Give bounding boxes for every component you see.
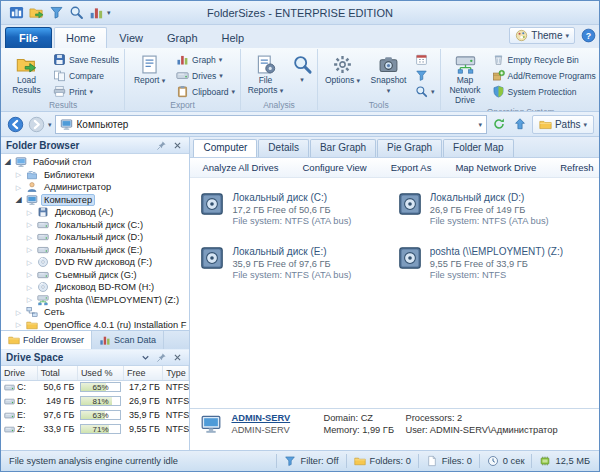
column-header[interactable]: Used %: [77, 366, 123, 380]
expander-icon[interactable]: ▷: [25, 259, 34, 266]
file-reports-button[interactable]: File Reports ▾: [243, 50, 288, 100]
column-header[interactable]: Free: [124, 366, 163, 380]
tree-item[interactable]: ▷Администратор: [1, 181, 189, 194]
column-header[interactable]: Total: [37, 366, 77, 380]
expander-icon[interactable]: ▷: [25, 209, 34, 216]
compare-button[interactable]: Compare: [50, 68, 122, 83]
expander-icon[interactable]: ◢: [3, 158, 12, 166]
pin-button[interactable]: [155, 351, 168, 364]
drive-card[interactable]: Локальный диск (E:)35,9 ГБ Free of 97,6 …: [200, 246, 391, 280]
tree-item[interactable]: ◢Компьютер: [1, 194, 189, 207]
options-button[interactable]: Options ▾: [320, 50, 365, 100]
address-dropdown-icon[interactable]: ▾: [478, 121, 482, 128]
expander-icon[interactable]: ▷: [25, 296, 34, 303]
toolbar-link-analyze-all-drives[interactable]: Analyze All Drives: [202, 162, 278, 173]
refresh-button[interactable]: [490, 115, 508, 133]
ribbon-tab-help[interactable]: Help: [210, 27, 257, 48]
tree-item[interactable]: ▷Локальный диск (D:): [1, 231, 189, 244]
map-network-drive-button[interactable]: Map Network Drive: [443, 50, 488, 107]
ribbon-tab-home[interactable]: Home: [54, 27, 107, 48]
expander-icon[interactable]: ▷: [14, 184, 23, 191]
qat-customize-button[interactable]: ▾: [107, 9, 111, 16]
drive-space-row[interactable]: Z:33,9 ГБ71%9,55 ГБNTFS: [1, 422, 189, 436]
drives-button[interactable]: Drives▾: [173, 68, 238, 83]
tree-item[interactable]: ▷Сеть: [1, 306, 189, 319]
forward-button[interactable]: [27, 115, 45, 133]
funnel-button[interactable]: [47, 4, 65, 22]
close-panel-button[interactable]: [171, 139, 184, 152]
close-panel-button[interactable]: [171, 351, 184, 364]
column-header[interactable]: Type: [163, 366, 189, 380]
add-remove-programs-button[interactable]: Add/Remove Programs: [489, 68, 599, 83]
help-button[interactable]: ?: [579, 27, 597, 45]
load-results-button[interactable]: Load Results: [4, 50, 49, 100]
app-button[interactable]: [7, 4, 25, 22]
ribbon-tab-graph[interactable]: Graph: [155, 27, 210, 48]
expander-icon[interactable]: ▷: [14, 171, 23, 178]
search-tool-button[interactable]: ▾: [412, 84, 438, 99]
view-tab-pie-graph[interactable]: Pie Graph: [377, 139, 442, 157]
empty-recycle-bin-button[interactable]: Empty Recycle Bin: [489, 52, 599, 67]
toolbar-link-refresh[interactable]: Refresh: [560, 162, 593, 173]
magnifier-button[interactable]: [67, 4, 85, 22]
system-protection-button[interactable]: System Protection: [489, 84, 599, 99]
tree-item[interactable]: ▷Локальный диск (E:): [1, 244, 189, 257]
status-filter[interactable]: Filter: Off: [276, 454, 345, 468]
toolbar-link-map-network-drive[interactable]: Map Network Drive: [455, 162, 536, 173]
chart-button[interactable]: [87, 4, 105, 22]
theme-button[interactable]: Theme ▾: [509, 27, 575, 44]
tree-item[interactable]: ▷Съемный диск (G:): [1, 269, 189, 282]
print-button[interactable]: Print▾: [50, 84, 122, 99]
expander-icon[interactable]: ▷: [14, 309, 23, 316]
tree-item[interactable]: ◢Рабочий стол: [1, 156, 189, 169]
tree-item[interactable]: ▷Локальный диск (C:): [1, 219, 189, 232]
drive-card[interactable]: poshta (\\EMPLOYMENT) (Z:)9,55 ГБ Free o…: [398, 246, 589, 280]
tree-item[interactable]: ▷Дисковод BD-ROM (H:): [1, 281, 189, 294]
view-tab-computer[interactable]: Computer: [193, 139, 257, 157]
address-field[interactable]: Компьютер ▾: [55, 115, 487, 134]
drive-space-row[interactable]: C:50,6 ГБ65%17,2 ГБNTFS: [1, 380, 189, 394]
save-results-button[interactable]: Save Results: [50, 52, 122, 67]
drive-space-row[interactable]: D:149 ГБ81%26,9 ГБNTFS: [1, 394, 189, 408]
expander-icon[interactable]: ▷: [25, 221, 34, 228]
expander-icon[interactable]: ▷: [25, 271, 34, 278]
history-dropdown-icon[interactable]: ▾: [48, 121, 52, 128]
paths-button[interactable]: Paths ▾: [532, 115, 594, 134]
view-tab-folder-map[interactable]: Folder Map: [443, 139, 514, 157]
clipboard-button[interactable]: Clipboard▾: [173, 84, 238, 99]
tree-item[interactable]: ▷Библиотеки: [1, 169, 189, 182]
computer-name-link[interactable]: ADMIN-SERV: [231, 413, 323, 423]
drive-card[interactable]: Локальный диск (C:)17,2 ГБ Free of 50,6 …: [200, 192, 391, 226]
report-button[interactable]: Report ▾: [127, 50, 172, 100]
expander-icon[interactable]: ▷: [14, 321, 23, 328]
tree-item[interactable]: ▷OpenOffice 4.0.1 (ru) Installation F: [1, 319, 189, 331]
tree-item[interactable]: ▷poshta (\\EMPLOYMENT) (Z:): [1, 294, 189, 307]
expander-icon[interactable]: ▷: [25, 246, 34, 253]
search-button[interactable]: ▾: [289, 50, 315, 100]
expander-icon[interactable]: ▷: [25, 234, 34, 241]
file-tab[interactable]: File: [5, 27, 52, 48]
sidebar-tab-scan-data[interactable]: Scan Data: [92, 331, 164, 349]
back-button[interactable]: [6, 115, 24, 133]
ribbon-tab-view[interactable]: View: [107, 27, 155, 48]
expander-icon[interactable]: ◢: [14, 196, 23, 204]
scheduler-button[interactable]: [412, 52, 438, 67]
filter-tool-button[interactable]: [412, 68, 438, 83]
toolbar-link-export-as[interactable]: Export As: [391, 162, 432, 173]
up-button[interactable]: [511, 115, 529, 133]
sidebar-tab-folder-browser[interactable]: Folder Browser: [1, 331, 92, 349]
view-tab-details[interactable]: Details: [258, 139, 309, 157]
tree-item[interactable]: ▷Дисковод (A:): [1, 206, 189, 219]
column-header[interactable]: Drive: [1, 366, 37, 380]
drive-space-row[interactable]: E:97,6 ГБ63%35,9 ГБNTFS: [1, 408, 189, 422]
toolbar-link-configure-view[interactable]: Configure View: [302, 162, 366, 173]
title-bar[interactable]: ▾ FolderSizes - ENTERPRISE EDITION: [1, 1, 599, 25]
tree-item[interactable]: ▷DVD RW дисковод (F:): [1, 256, 189, 269]
load-button[interactable]: [27, 4, 45, 22]
drive-card[interactable]: Локальный диск (D:)26,9 ГБ Free of 149 Г…: [398, 192, 589, 226]
graph-button[interactable]: Graph▾: [173, 52, 238, 67]
view-tab-bar-graph[interactable]: Bar Graph: [310, 139, 376, 157]
panel-menu-button[interactable]: [139, 351, 152, 364]
snapshot-button[interactable]: Snapshot ▾: [366, 50, 411, 100]
pin-button[interactable]: [155, 139, 168, 152]
